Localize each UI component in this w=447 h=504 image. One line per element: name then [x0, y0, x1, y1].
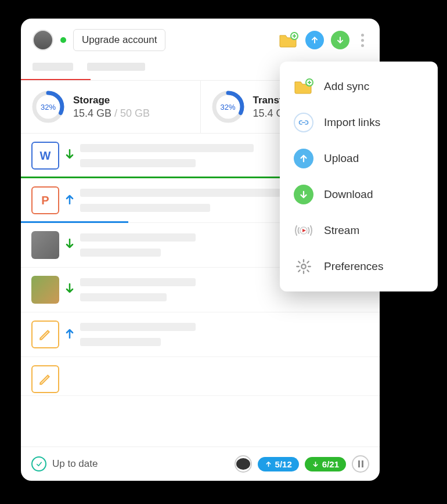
gear-icon	[294, 257, 313, 276]
menu-item-label: Add sync	[324, 80, 369, 93]
note-doc-icon	[31, 365, 59, 393]
svg-point-7	[301, 264, 305, 268]
sync-activity-button[interactable]	[235, 455, 252, 473]
menu-item-preferences[interactable]: Preferences	[280, 249, 438, 285]
more-menu-button[interactable]	[356, 34, 368, 47]
sync-status-text: Up to date	[52, 458, 98, 470]
note-doc-icon	[31, 321, 59, 348]
list-item[interactable]	[21, 312, 380, 357]
menu-item-label: Import links	[324, 116, 380, 129]
menu-item-label: Preferences	[324, 260, 383, 273]
pause-button[interactable]	[352, 455, 369, 473]
arrow-down-icon	[65, 283, 75, 296]
upload-icon	[294, 149, 313, 168]
menu-item-import-links[interactable]: Import links	[280, 105, 438, 141]
header: Upgrade account	[21, 19, 380, 58]
menu-item-add-sync[interactable]: Add sync	[280, 69, 438, 105]
arrow-down-icon	[65, 239, 75, 251]
tab-placeholder[interactable]	[87, 63, 145, 71]
storage-donut-chart: 32%	[31, 90, 65, 124]
presence-indicator	[60, 37, 66, 43]
list-item[interactable]	[21, 357, 380, 396]
transfer-percent: 32%	[211, 90, 245, 124]
storage-title: Storage	[73, 95, 150, 106]
menu-item-download[interactable]: Download	[280, 177, 438, 213]
image-thumbnail	[31, 276, 59, 304]
menu-item-stream[interactable]: Stream	[280, 213, 438, 249]
arrow-up-icon	[65, 194, 75, 207]
upload-counter-chip[interactable]: 5/12	[258, 457, 299, 471]
menu-item-label: Upload	[324, 152, 359, 165]
word-doc-icon: W	[31, 142, 59, 170]
powerpoint-doc-icon: P	[31, 186, 59, 214]
avatar[interactable]	[33, 30, 53, 51]
storage-percent: 32%	[31, 90, 65, 124]
download-icon[interactable]	[331, 31, 349, 49]
status-bar: Up to date 5/12 6/21	[21, 447, 380, 481]
arrow-up-icon	[65, 328, 75, 341]
storage-subtitle: 15.4 GB / 50 GB	[73, 107, 150, 120]
menu-item-label: Download	[324, 188, 373, 201]
upload-icon[interactable]	[305, 31, 324, 49]
actions-menu: Add sync Import links Upload Download St…	[280, 62, 438, 291]
link-icon	[294, 113, 313, 132]
download-icon	[294, 185, 313, 204]
storage-usage: 32% Storage 15.4 GB / 50 GB	[21, 81, 200, 133]
menu-item-upload[interactable]: Upload	[280, 141, 438, 177]
stream-icon	[294, 221, 313, 240]
upgrade-account-button[interactable]: Upgrade account	[73, 29, 165, 51]
add-sync-folder-icon[interactable]	[279, 32, 298, 48]
image-thumbnail	[31, 231, 59, 259]
transfer-donut-chart: 32%	[211, 90, 245, 124]
arrow-down-icon	[65, 149, 75, 162]
header-actions	[279, 31, 368, 49]
menu-item-label: Stream	[324, 224, 359, 237]
tab-placeholder[interactable]	[33, 63, 73, 71]
download-counter-chip[interactable]: 6/21	[305, 457, 346, 471]
folder-sync-icon	[294, 77, 313, 96]
check-icon	[31, 456, 46, 471]
